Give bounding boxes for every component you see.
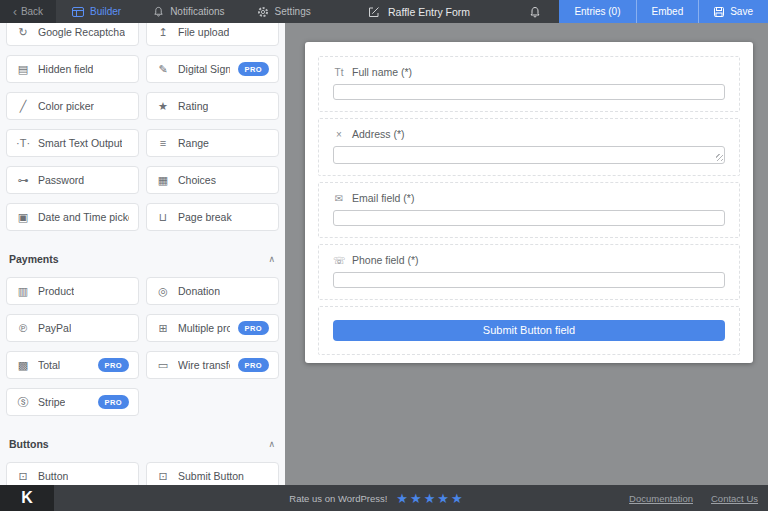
resize-handle[interactable] xyxy=(716,154,723,161)
embed-button[interactable]: Embed xyxy=(636,0,699,23)
sidebar-item-product[interactable]: ▥ Product xyxy=(6,277,139,305)
sidebar-item-file-upload[interactable]: ↥ File upload xyxy=(146,23,279,46)
sidebar-item-label: Product xyxy=(38,285,74,297)
file-upload-icon: ↥ xyxy=(156,26,170,39)
sidebar-item-google-recaptcha[interactable]: ↻ Google Recaptcha xyxy=(6,23,139,46)
form-canvas: Tt Full name (*) × Address (*) ✉ Em xyxy=(285,23,768,485)
sidebar-item-rating[interactable]: ★ Rating xyxy=(146,92,279,120)
submit-button-icon: ⊡ xyxy=(156,470,170,483)
text-field-icon: Tt xyxy=(333,67,345,78)
section-buttons-header[interactable]: Buttons ∧ xyxy=(6,425,279,462)
sidebar-item-color-picker[interactable]: ╱ Color picker xyxy=(6,92,139,120)
form-title-group: Raffle Entry Form xyxy=(368,0,470,23)
sidebar-item-label: Submit Button xyxy=(178,470,244,482)
topbar-actions: Entries (0) Embed Save xyxy=(559,0,768,23)
form-field-submit[interactable]: Submit Button field xyxy=(318,306,740,355)
bottom-bar: K Rate us on WordPress! ★★★★★ Documentat… xyxy=(0,485,768,511)
sidebar-item-page-break[interactable]: ⊔ Page break xyxy=(146,203,279,231)
sidebar-item-date-time-picker[interactable]: ▣ Date and Time picker xyxy=(6,203,139,231)
address-textarea[interactable] xyxy=(333,146,725,164)
calendar-icon: ▣ xyxy=(16,211,30,224)
notifications-bell-button[interactable] xyxy=(511,0,559,23)
pro-badge: PRO xyxy=(98,395,129,409)
pro-badge: PRO xyxy=(238,358,269,372)
builder-icon xyxy=(72,7,84,17)
save-label: Save xyxy=(730,6,753,17)
pro-badge: PRO xyxy=(238,321,269,335)
section-payments-header[interactable]: Payments ∧ xyxy=(6,240,279,277)
email-input[interactable] xyxy=(333,210,725,226)
sidebar-item-label: Rating xyxy=(178,100,208,112)
total-icon: ▩ xyxy=(16,359,30,372)
sidebar-item-password[interactable]: ⊶ Password xyxy=(6,166,139,194)
sidebar-item-paypal[interactable]: ℗ PayPal xyxy=(6,314,139,342)
sidebar-item-hidden-field[interactable]: ▤ Hidden field xyxy=(6,55,139,83)
sidebar-item-label: Donation xyxy=(178,285,220,297)
tab-settings[interactable]: Settings xyxy=(241,0,327,23)
pro-badge: PRO xyxy=(238,62,269,76)
form-field-address[interactable]: × Address (*) xyxy=(318,118,740,176)
sidebar-item-label: Wire transfer xyxy=(178,359,230,371)
sidebar-item-button[interactable]: ⊡ Button xyxy=(6,462,139,485)
sidebar-item-label: Color picker xyxy=(38,100,94,112)
spacer xyxy=(327,0,368,23)
chevron-up-icon: ∧ xyxy=(268,254,275,264)
tab-notifications[interactable]: Notifications xyxy=(137,0,240,23)
sidebar-item-choices[interactable]: ▦ Choices xyxy=(146,166,279,194)
tab-builder[interactable]: Builder xyxy=(56,0,137,23)
form-title: Raffle Entry Form xyxy=(388,6,470,18)
sidebar-item-multiple-products[interactable]: ⊞ Multiple products PRO xyxy=(146,314,279,342)
sidebar-item-wire-transfer[interactable]: ▭ Wire transfer PRO xyxy=(146,351,279,379)
sidebar-item-submit-button[interactable]: ⊡ Submit Button xyxy=(146,462,279,485)
rating-stars[interactable]: ★★★★★ xyxy=(396,491,464,506)
contact-us-link[interactable]: Contact Us xyxy=(711,493,758,504)
field-label: Full name (*) xyxy=(352,66,412,78)
sidebar-item-total[interactable]: ▩ Total PRO xyxy=(6,351,139,379)
tab-notifications-label: Notifications xyxy=(170,6,224,17)
full-name-input[interactable] xyxy=(333,84,725,100)
sidebar-item-label: Date and Time picker xyxy=(38,211,129,223)
phone-input[interactable] xyxy=(333,272,725,288)
form-field-full-name[interactable]: Tt Full name (*) xyxy=(318,56,740,112)
sidebar-item-label: Stripe xyxy=(38,396,65,408)
bell-icon xyxy=(529,6,541,18)
app-window: ‹ Back Builder Notifications xyxy=(0,0,768,511)
save-button[interactable]: Save xyxy=(698,0,768,23)
hidden-field-icon: ▤ xyxy=(16,63,30,76)
sidebar-item-label: Total xyxy=(38,359,60,371)
entries-label: Entries (0) xyxy=(574,6,620,17)
donation-icon: ◎ xyxy=(156,285,170,298)
field-label: Phone field (*) xyxy=(352,254,419,266)
sidebar-item-label: Range xyxy=(178,137,209,149)
top-bar: ‹ Back Builder Notifications xyxy=(0,0,768,23)
form-field-email[interactable]: ✉ Email field (*) xyxy=(318,182,740,238)
phone-icon: ☏ xyxy=(333,255,345,266)
form-field-phone[interactable]: ☏ Phone field (*) xyxy=(318,244,740,300)
sidebar-item-range[interactable]: ≡ Range xyxy=(146,129,279,157)
save-icon xyxy=(714,7,724,17)
entries-button[interactable]: Entries (0) xyxy=(559,0,635,23)
paypal-icon: ℗ xyxy=(16,322,30,334)
documentation-link[interactable]: Documentation xyxy=(629,493,693,504)
form-preview-card: Tt Full name (*) × Address (*) ✉ Em xyxy=(305,42,753,363)
tab-settings-label: Settings xyxy=(275,6,311,17)
multiple-products-icon: ⊞ xyxy=(156,322,170,335)
rate-us-label: Rate us on WordPress! xyxy=(289,493,387,504)
back-button[interactable]: ‹ Back xyxy=(0,0,56,23)
signature-icon: ✎ xyxy=(156,63,170,76)
password-icon: ⊶ xyxy=(16,174,30,187)
kali-forms-logo: K xyxy=(0,485,54,511)
field-palette-sidebar: ↻ Google Recaptcha ↥ File upload ▤ Hidde… xyxy=(0,23,285,485)
section-title: Payments xyxy=(9,253,59,265)
sidebar-item-smart-text-output[interactable]: ·T· Smart Text Output xyxy=(6,129,139,157)
field-label: Address (*) xyxy=(352,128,405,140)
submit-button-preview[interactable]: Submit Button field xyxy=(333,320,725,341)
button-icon: ⊡ xyxy=(16,470,30,483)
address-icon: × xyxy=(333,129,345,140)
sidebar-item-donation[interactable]: ◎ Donation xyxy=(146,277,279,305)
sidebar-item-stripe[interactable]: ⓢ Stripe PRO xyxy=(6,388,139,416)
edit-icon[interactable] xyxy=(368,6,380,18)
gear-icon xyxy=(257,6,269,18)
sidebar-item-label: Button xyxy=(38,470,68,482)
sidebar-item-digital-signature[interactable]: ✎ Digital Signature PRO xyxy=(146,55,279,83)
